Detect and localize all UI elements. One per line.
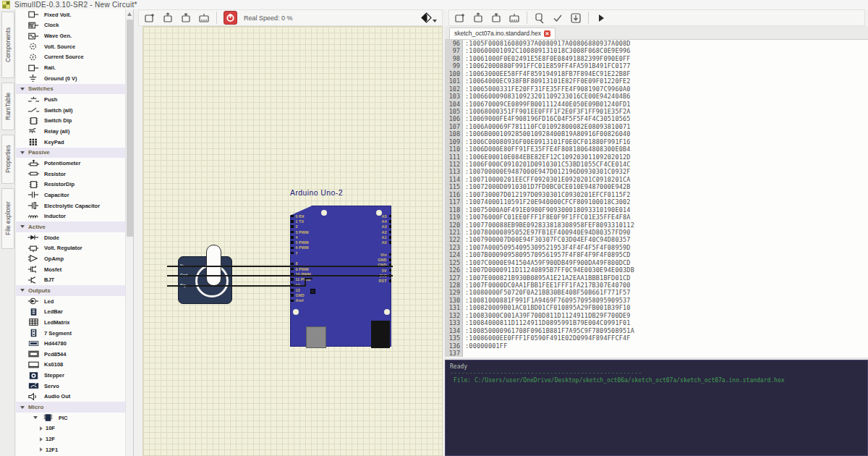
component-item-10f[interactable]: 10F <box>16 423 126 434</box>
scrollbar-up-icon[interactable] <box>127 12 132 16</box>
power-button[interactable] <box>224 11 237 25</box>
component-item-capacitor[interactable]: Capacitor <box>16 190 126 200</box>
relay-icon <box>27 127 41 136</box>
component-item-opamp[interactable]: OpAmp <box>16 253 126 264</box>
component-item-potentiometer[interactable]: Potentiometer <box>16 158 126 169</box>
pin-aref[interactable]: Aref <box>291 298 327 303</box>
component-item-electrolytic-capacitor[interactable]: Electrolytic Capacitor <box>16 200 126 211</box>
component-item-pcd8544[interactable]: Pcd8544 <box>16 349 126 360</box>
component-item-diode[interactable]: Diode <box>16 232 126 243</box>
component-item-pic[interactable]: PIC <box>16 413 126 423</box>
pin-a1[interactable]: A1 <box>360 235 391 240</box>
pin-7[interactable]: 7 <box>291 250 327 256</box>
open-circuit-icon[interactable] <box>162 12 174 24</box>
component-item-7-segment[interactable]: 7 Segment <box>16 328 126 339</box>
pin-gnd[interactable]: GND <box>360 263 391 268</box>
component-item-inductor[interactable]: Inductor <box>16 211 126 221</box>
pin-gnd[interactable]: GND <box>360 257 391 262</box>
scrollbar-thumb[interactable] <box>127 20 133 237</box>
pin-11-pwm[interactable]: 11 PWM <box>291 277 327 282</box>
component-item-rail-[interactable]: Rail. <box>16 62 126 73</box>
component-list-scrollbar[interactable] <box>125 9 133 456</box>
new-circuit-icon[interactable] <box>144 12 156 24</box>
tab-close-icon[interactable]: ✕ <box>544 30 550 37</box>
debug-run-icon[interactable] <box>595 12 607 24</box>
pin-a5[interactable]: A5 <box>360 214 391 219</box>
component-item-relay-all-[interactable]: Relay (all) <box>16 126 126 137</box>
pin-vin[interactable]: Vin <box>360 252 391 257</box>
upload-to-board-icon[interactable] <box>570 12 582 24</box>
save-file-icon[interactable] <box>490 12 502 24</box>
component-item-ks0108[interactable]: Ks0108 <box>16 360 126 371</box>
pin-a3[interactable]: A3 <box>360 224 391 229</box>
pin-6-pwm[interactable]: 6 PWM <box>291 245 327 250</box>
component-item-ledbar[interactable]: LedBar <box>16 306 126 317</box>
section-header-micro[interactable]: Micro <box>16 402 126 413</box>
pin-3v3[interactable]: 3V3 <box>360 273 391 278</box>
find-icon[interactable] <box>534 12 545 24</box>
tab-ramtable[interactable]: RamTable <box>1 83 14 130</box>
pin-5v[interactable]: 5V <box>360 268 391 273</box>
pin-pad <box>389 236 392 239</box>
tab-components[interactable]: Components <box>1 12 14 78</box>
editor-tab[interactable]: sketch_oct07a.ino.standard.hex ✕ <box>449 28 556 39</box>
new-file-icon[interactable] <box>454 12 466 24</box>
pin-pad <box>389 263 392 266</box>
section-header-outputs[interactable]: Outputs <box>16 285 126 296</box>
pin-a0[interactable]: A0 <box>360 240 391 245</box>
component-item-push[interactable]: Push <box>16 94 126 105</box>
pin-1-tx[interactable]: 1 TX <box>291 219 327 224</box>
component-item-volt-source[interactable]: Volt. Source <box>16 41 126 52</box>
component-item-audio-out[interactable]: Audio Out <box>16 392 126 402</box>
component-item-clock[interactable]: Clock <box>16 20 126 31</box>
component-item-ground-0-v-[interactable]: Ground (0 V) <box>16 73 126 84</box>
component-item-resistor[interactable]: Resistor <box>16 169 126 180</box>
section-header-active[interactable]: Active <box>16 221 126 232</box>
pin-8[interactable]: 8 <box>291 261 327 266</box>
compile-check-icon[interactable] <box>552 12 563 24</box>
circuit-canvas[interactable]: Arduino Uno-2 0 RX1 TX23 PWM45 PWM6 PWM7… <box>142 26 443 456</box>
pin-0-rx[interactable]: 0 RX <box>291 214 327 219</box>
save-circuit-icon[interactable] <box>180 12 192 24</box>
pin-a4[interactable]: A4 <box>360 219 391 224</box>
component-item-bjt[interactable]: BJT <box>16 274 126 285</box>
component-item-ledmatrix[interactable]: LedMatrix <box>16 317 126 328</box>
pin-gnd[interactable]: GND <box>291 292 327 297</box>
circuit-info-button[interactable] <box>421 12 437 23</box>
section-header-switches[interactable]: Switches <box>16 84 126 95</box>
board-hole <box>293 309 299 315</box>
tab-file-explorer[interactable]: File explorer <box>1 188 14 249</box>
tab-properties[interactable]: Properties <box>1 135 14 184</box>
pin-a2[interactable]: A2 <box>360 229 391 235</box>
component-item-switch-all-[interactable]: Switch (all) <box>16 105 126 116</box>
pin-13[interactable]: 13 <box>291 287 327 292</box>
pin-9-pwm[interactable]: 9 PWM <box>291 266 327 271</box>
pin-3-pwm[interactable]: 3 PWM <box>291 229 327 235</box>
component-item-led[interactable]: Led <box>16 296 126 307</box>
save-as-file-icon[interactable] <box>509 12 520 24</box>
component-item-switch-dip[interactable]: Switch Dip <box>16 116 126 127</box>
save-as-circuit-icon[interactable] <box>198 12 210 24</box>
pin-4[interactable]: 4 <box>291 235 327 240</box>
pin-10-pwm[interactable]: 10 PWM <box>291 271 327 276</box>
component-item-volt-regulator[interactable]: Volt. Regulator <box>16 242 126 253</box>
open-file-icon[interactable] <box>472 12 484 24</box>
pin-12[interactable]: 12 <box>291 282 327 287</box>
component-item-12f1[interactable]: 12F1 <box>16 444 126 455</box>
component-item-wave-gen-[interactable]: Wave Gen. <box>16 30 126 41</box>
component-item-12f[interactable]: 12F <box>16 434 126 444</box>
component-item-resistordip[interactable]: ResistorDip <box>16 180 126 190</box>
hex-editor[interactable]: 96:1005F000816080937A0080917A00806880937… <box>445 40 868 358</box>
pin-5-pwm[interactable]: 5 PWM <box>291 240 327 245</box>
pin-2[interactable]: 2 <box>291 224 327 229</box>
servo-pin-labels: V+GndSig <box>180 261 187 290</box>
component-item-fixed-volt-[interactable]: Fixed Volt. <box>16 9 126 20</box>
component-item-keypad[interactable]: KeyPad <box>16 137 126 148</box>
component-item-stepper[interactable]: Stepper <box>16 370 126 381</box>
section-header-passive[interactable]: Passive <box>16 148 126 159</box>
component-item-hd44780[interactable]: Hd44780 <box>16 338 126 349</box>
component-item-servo[interactable]: Servo <box>16 381 126 392</box>
component-item-mosfet[interactable]: Mosfet <box>16 264 126 275</box>
component-item-current-source[interactable]: Current Source <box>16 52 126 63</box>
pin-rst[interactable]: RST <box>360 278 391 283</box>
